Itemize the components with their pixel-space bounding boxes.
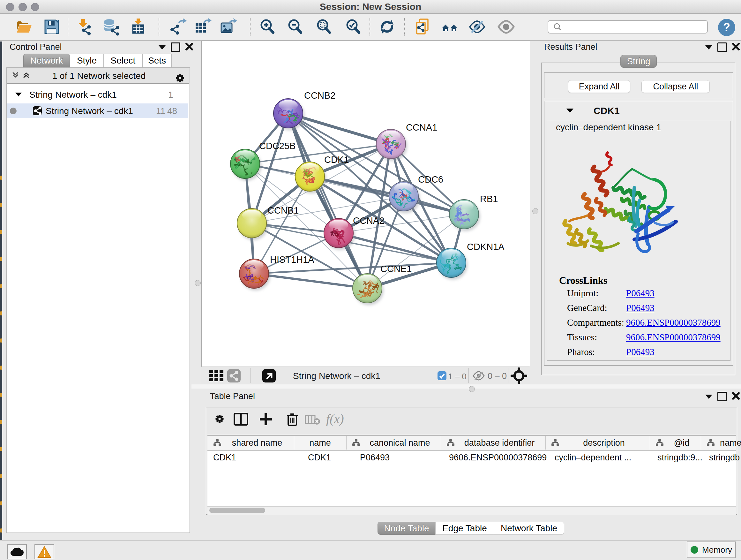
svg-text:CCNB1: CCNB1 <box>267 205 299 215</box>
svg-text:CDK1: CDK1 <box>324 154 349 165</box>
svg-text:CDC25B: CDC25B <box>259 141 295 151</box>
svg-text:?: ? <box>723 21 730 34</box>
svg-text:HIST1H1A: HIST1H1A <box>270 254 314 265</box>
svg-text:CDC6: CDC6 <box>418 174 443 185</box>
svg-text:CCNE1: CCNE1 <box>381 264 412 274</box>
svg-text:CDKN1A: CDKN1A <box>467 242 504 252</box>
svg-text:CCNB2: CCNB2 <box>304 90 335 101</box>
svg-text:CCNA1: CCNA1 <box>406 122 437 132</box>
svg-text:RB1: RB1 <box>480 194 498 204</box>
svg-text:CCNA2: CCNA2 <box>353 215 384 226</box>
